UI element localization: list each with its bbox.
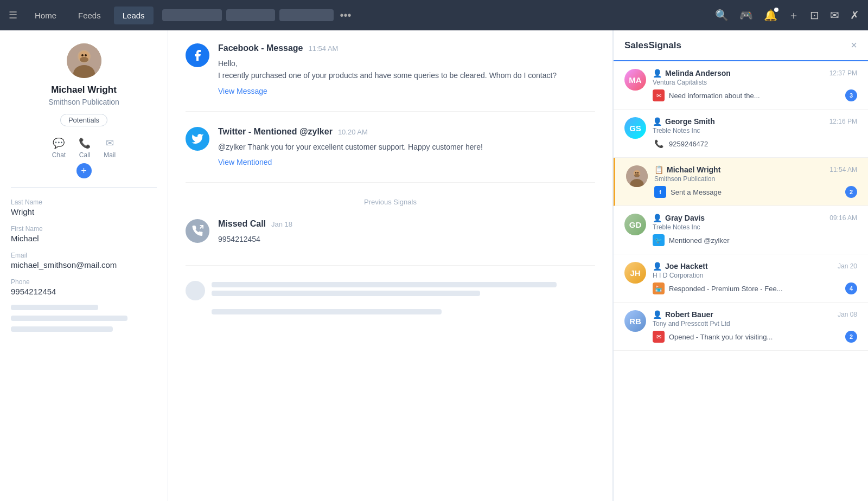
add-button[interactable]: + (76, 163, 92, 178)
signal-row-melinda[interactable]: MA 👤 Melinda Anderson 12:37 PM Ventura C… (614, 61, 868, 110)
placeholder-bar-2 (11, 316, 127, 321)
missed-call-title: Missed Call (218, 219, 266, 229)
call-icon-wrap (186, 219, 209, 243)
phone-value: 9954212454 (11, 287, 157, 296)
nav-home[interactable]: Home (26, 7, 65, 24)
facebook-signal-body: Facebook - Message 11:54 AM Hello, I rec… (218, 43, 595, 96)
facebook-signal-header: Facebook - Message 11:54 AM (218, 43, 595, 53)
placeholder-line-1a (212, 282, 557, 287)
action-text-michael: Sent a Message (671, 188, 841, 196)
time-michael: 11:54 AM (829, 166, 857, 174)
badge-michael: 2 (845, 186, 857, 198)
tools-icon[interactable]: ✗ (850, 9, 859, 22)
action-gray: 🐦 Mentioned @zylker (653, 234, 857, 246)
twitter-signal-text: @zylker Thank you for your excellent cus… (218, 141, 595, 153)
main-content: Facebook - Message 11:54 AM Hello, I rec… (168, 30, 613, 501)
top-joe: 👤 Joe Hackett Jan 20 (653, 262, 857, 271)
company-robert: Tony and Presscott Pvt Ltd (653, 320, 857, 327)
contact-name: Michael Wright (11, 85, 157, 95)
gamepad-icon[interactable]: 🎮 (739, 9, 753, 22)
avatar-michael (626, 165, 648, 187)
top-robert: 👤 Robert Bauer Jan 08 (653, 310, 857, 319)
email-value: michael_smithson@mail.com (11, 260, 157, 269)
nav-pill-1[interactable] (162, 9, 222, 21)
avatar-melinda: MA (624, 69, 646, 91)
svg-point-10 (634, 174, 640, 177)
content-melinda: 👤 Melinda Anderson 12:37 PM Ventura Capi… (653, 69, 857, 101)
chat-button[interactable]: 💬 Chat (52, 137, 66, 159)
signal-row-joe[interactable]: JH 👤 Joe Hackett Jan 20 H I D Corporatio… (614, 254, 868, 303)
svg-point-12 (637, 172, 639, 174)
view-message-link[interactable]: View Message (218, 87, 267, 95)
bell-icon[interactable]: 🔔 (764, 9, 777, 22)
company-joe: H I D Corporation (653, 272, 857, 279)
action-joe: 🏪 Responded - Premium Store - Fee... 4 (653, 282, 857, 294)
initials-joe: JH (630, 268, 640, 278)
time-melinda: 12:37 PM (829, 69, 857, 77)
mail-signal-icon: ✉ (653, 89, 665, 101)
action-michael: f Sent a Message 2 (654, 186, 857, 198)
action-melinda: ✉ Need information about the... 3 (653, 89, 857, 101)
call-button[interactable]: 📞 Call (79, 137, 91, 159)
action-george: 📞 9259246472 (653, 138, 857, 150)
time-george: 12:16 PM (829, 118, 857, 125)
nav-more-dots[interactable]: ••• (340, 9, 352, 22)
plus-icon[interactable]: ＋ (788, 8, 799, 23)
person-icon-melinda: 👤 (653, 69, 662, 78)
company-george: Treble Notes Inc (653, 127, 857, 134)
name-joe: 👤 Joe Hackett (653, 262, 708, 271)
content-gray: 👤 Gray Davis 09:16 AM Treble Notes Inc 🐦… (653, 214, 857, 246)
top-george: 👤 George Smith 12:16 PM (653, 117, 857, 126)
phone-signal-icon: 📞 (653, 138, 665, 150)
mail-button-icon: ✉ (106, 137, 114, 149)
nav-pill-2[interactable] (226, 9, 275, 21)
initials-melinda: MA (629, 75, 641, 85)
main-layout: Michael Wright Smithson Publication Pote… (0, 30, 868, 501)
signal-row-gray[interactable]: GD 👤 Gray Davis 09:16 AM Treble Notes In… (614, 206, 868, 254)
mail-icon[interactable]: ✉ (830, 9, 839, 22)
signal-row-michael[interactable]: 📋 Michael Wright 11:54 AM Smithson Publi… (614, 158, 868, 206)
close-button[interactable]: × (851, 39, 857, 52)
signal-row-robert[interactable]: RB 👤 Robert Bauer Jan 08 Tony and Pressc… (614, 303, 868, 351)
sales-signals-header: SalesSignals × (614, 30, 868, 61)
missed-call-time: Jan 18 (271, 220, 292, 228)
signals-list: MA 👤 Melinda Anderson 12:37 PM Ventura C… (614, 61, 868, 501)
search-icon[interactable]: 🔍 (715, 9, 729, 22)
nav-feeds[interactable]: Feeds (69, 7, 110, 24)
mail-button[interactable]: ✉ Mail (104, 137, 116, 159)
nav-pills: ••• (162, 9, 352, 22)
top-navigation: ☰ Home Feeds Leads ••• 🔍 🎮 🔔 ＋ ⊡ ✉ ✗ (0, 0, 868, 30)
store-signal-icon: 🏪 (653, 282, 665, 294)
initials-robert: RB (629, 317, 641, 326)
view-mentioned-link[interactable]: View Mentioned (218, 158, 272, 166)
badge-melinda: 3 (845, 89, 857, 101)
sales-signals-title: SalesSignals (624, 40, 681, 51)
nav-pill-3[interactable] (279, 9, 334, 21)
menu-icon[interactable]: ☰ (9, 9, 17, 21)
placeholder-avatar-1 (186, 281, 205, 300)
company-melinda: Ventura Capitalists (653, 79, 857, 86)
add-btn-wrap: + (11, 163, 157, 188)
company-michael: Smithson Publication (654, 175, 857, 183)
field-last-name: Last Name Wright (11, 198, 157, 216)
action-buttons: 💬 Chat 📞 Call ✉ Mail (11, 137, 157, 159)
last-name-value: Wright (11, 207, 157, 216)
chat-label: Chat (52, 151, 66, 159)
mail-signal-icon-robert: ✉ (653, 331, 665, 343)
svg-point-5 (81, 54, 84, 56)
badge-robert: 2 (845, 331, 857, 343)
last-name-label: Last Name (11, 198, 157, 206)
signal-row-george[interactable]: GS 👤 George Smith 12:16 PM Treble Notes … (614, 110, 868, 158)
nav-leads[interactable]: Leads (114, 7, 154, 24)
content-robert: 👤 Robert Bauer Jan 08 Tony and Presscott… (653, 310, 857, 343)
company-gray: Treble Notes Inc (653, 223, 857, 231)
mail-label: Mail (104, 151, 116, 159)
placeholder-bar-1 (11, 305, 98, 310)
initials-george: GS (629, 124, 641, 133)
badge-label: Potentials (60, 114, 107, 126)
name-robert: 👤 Robert Bauer (653, 310, 713, 319)
avatar-wrap (11, 43, 157, 78)
monitor-icon[interactable]: ⊡ (810, 9, 819, 22)
fb-signal-icon: f (654, 186, 666, 198)
right-panel: SalesSignals × MA 👤 Melinda Anderson 12:… (613, 30, 868, 501)
